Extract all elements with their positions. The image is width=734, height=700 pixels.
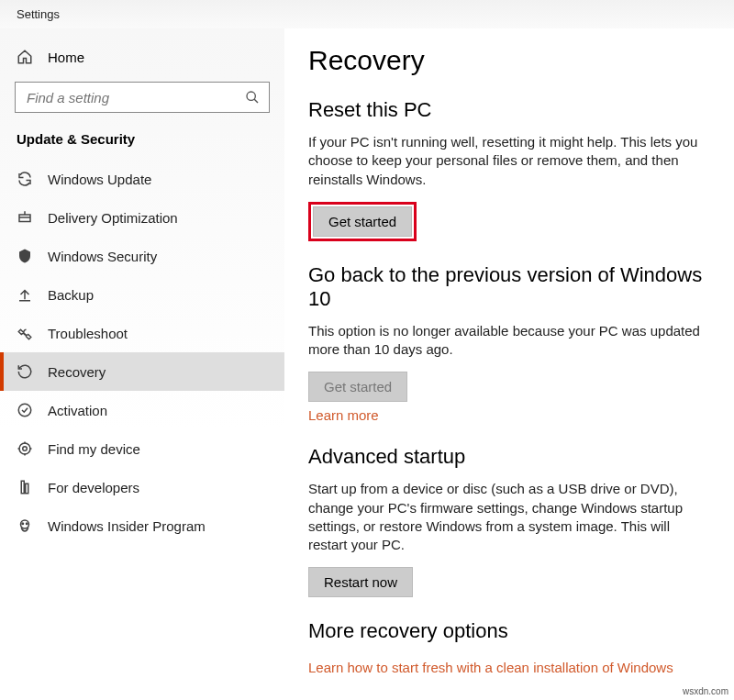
get-started-button[interactable]: Get started xyxy=(313,206,412,237)
more-heading: More recovery options xyxy=(308,619,710,643)
sidebar-item-label: Find my device xyxy=(48,441,140,457)
sidebar-item-label: Backup xyxy=(48,287,94,303)
sidebar-item-label: Troubleshoot xyxy=(48,326,128,341)
sync-icon xyxy=(17,171,33,187)
sidebar-item-troubleshoot[interactable]: Troubleshoot xyxy=(0,314,284,352)
insider-icon xyxy=(17,517,33,534)
svg-line-1 xyxy=(254,99,258,103)
more-section: More recovery options Learn how to start… xyxy=(308,619,710,675)
goback-section: Go back to the previous version of Windo… xyxy=(308,263,710,424)
goback-description: This option is no longer available becau… xyxy=(308,322,710,360)
nav-list: Windows Update Delivery Optimization Win… xyxy=(0,160,284,545)
reset-heading: Reset this PC xyxy=(308,98,710,122)
backup-icon xyxy=(17,286,33,303)
location-icon xyxy=(17,440,33,457)
watermark: wsxdn.com xyxy=(683,686,728,696)
sidebar-item-label: Delivery Optimization xyxy=(48,210,178,226)
advanced-section: Advanced startup Start up from a device … xyxy=(308,445,710,597)
svg-point-0 xyxy=(247,92,255,100)
sidebar-item-label: Activation xyxy=(48,403,107,418)
sidebar-item-backup[interactable]: Backup xyxy=(0,275,284,314)
svg-rect-6 xyxy=(21,481,24,494)
svg-point-3 xyxy=(18,404,31,417)
sidebar-item-label: Windows Update xyxy=(48,172,151,187)
category-heading: Update & Security xyxy=(0,126,284,160)
content-pane: Recovery Reset this PC If your PC isn't … xyxy=(284,28,734,700)
search-box[interactable] xyxy=(15,82,270,113)
sidebar-item-delivery-optimization[interactable]: Delivery Optimization xyxy=(0,198,284,237)
sidebar: Home Update & Security Windows Update De… xyxy=(0,28,284,700)
recovery-icon xyxy=(17,363,33,380)
window-body: Home Update & Security Windows Update De… xyxy=(0,28,734,700)
goback-heading: Go back to the previous version of Windo… xyxy=(308,263,710,311)
svg-rect-7 xyxy=(26,483,28,494)
learn-more-link[interactable]: Learn more xyxy=(308,407,379,423)
sidebar-item-for-developers[interactable]: For developers xyxy=(0,468,284,506)
search-container xyxy=(0,74,284,126)
sidebar-item-find-my-device[interactable]: Find my device xyxy=(0,429,284,468)
settings-window: Settings Home Update & Security Windows … xyxy=(0,0,734,700)
sidebar-item-label: Windows Insider Program xyxy=(48,518,206,534)
window-titlebar: Settings xyxy=(0,0,734,28)
home-button[interactable]: Home xyxy=(0,39,284,74)
home-label: Home xyxy=(48,50,84,65)
search-icon xyxy=(245,90,260,105)
sidebar-item-recovery[interactable]: Recovery xyxy=(0,352,284,391)
shield-icon xyxy=(17,248,33,264)
restart-now-button[interactable]: Restart now xyxy=(308,567,413,597)
start-fresh-link[interactable]: Learn how to start fresh with a clean in… xyxy=(308,660,673,675)
advanced-description: Start up from a device or disc (such as … xyxy=(308,480,710,554)
developers-icon xyxy=(17,479,33,495)
sidebar-item-label: Windows Security xyxy=(48,249,157,264)
svg-point-4 xyxy=(23,447,28,451)
sidebar-item-windows-insider-program[interactable]: Windows Insider Program xyxy=(0,506,284,545)
window-title: Settings xyxy=(17,7,60,21)
sidebar-item-windows-update[interactable]: Windows Update xyxy=(0,160,284,198)
svg-point-9 xyxy=(22,523,24,525)
svg-point-5 xyxy=(19,443,30,454)
sidebar-item-windows-security[interactable]: Windows Security xyxy=(0,237,284,275)
home-icon xyxy=(17,49,33,65)
reset-section: Reset this PC If your PC isn't running w… xyxy=(308,98,710,241)
reset-description: If your PC isn't running well, resetting… xyxy=(308,133,710,189)
page-title: Recovery xyxy=(308,45,710,76)
check-circle-icon xyxy=(17,402,33,418)
goback-get-started-button: Get started xyxy=(308,372,407,402)
sidebar-item-activation[interactable]: Activation xyxy=(0,391,284,429)
sidebar-item-label: For developers xyxy=(48,480,139,495)
wrench-icon xyxy=(17,325,33,341)
svg-point-10 xyxy=(27,523,28,525)
reset-button-highlight: Get started xyxy=(308,202,417,241)
delivery-icon xyxy=(17,209,33,226)
sidebar-item-label: Recovery xyxy=(48,364,106,380)
advanced-heading: Advanced startup xyxy=(308,445,710,469)
search-input[interactable] xyxy=(25,89,245,106)
